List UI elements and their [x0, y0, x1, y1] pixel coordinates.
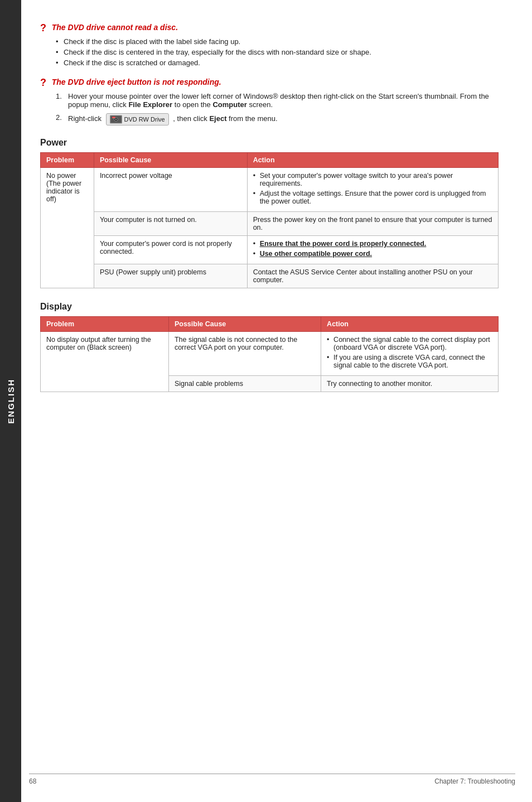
- power-action-4: Contact the ASUS Service Center about in…: [247, 264, 498, 288]
- display-action-2: Try connecting to another monitor.: [321, 376, 499, 392]
- footer: 68 Chapter 7: Troubleshooting: [29, 774, 515, 785]
- power-table: Problem Possible Cause Action No power(T…: [40, 152, 499, 288]
- power-col-action: Action: [247, 153, 498, 168]
- display-problem-cell: No display output after turning the comp…: [41, 332, 169, 392]
- list-item: Set your computer's power voltage switch…: [253, 172, 492, 187]
- dvd-drive-label: DVD RW Drive: [124, 116, 165, 123]
- svg-point-3: [115, 119, 117, 120]
- power-col-cause: Possible Cause: [94, 153, 247, 168]
- list-item: Adjust the voltage settings. Ensure that…: [253, 190, 492, 205]
- list-item: Use other compatible power cord.: [253, 250, 492, 258]
- list-item: Check if the disc is scratched or damage…: [56, 59, 499, 67]
- list-item: If you are using a discrete VGA card, co…: [327, 354, 492, 369]
- list-item: Connect the signal cable to the correct …: [327, 336, 492, 351]
- dvd-icon: DVD: [110, 115, 122, 124]
- q2-title: The DVD drive eject button is not respon…: [52, 78, 221, 86]
- list-item: Hover your mouse pointer over the lower …: [56, 92, 499, 109]
- sidebar-label: ENGLISH: [6, 379, 16, 424]
- display-col-problem: Problem: [41, 317, 169, 332]
- display-cause-1: The signal cable is not connected to the…: [168, 332, 321, 376]
- dvd-drive-icon: DVD DVD RW Drive: [106, 113, 169, 125]
- list-item: Check if the disc is centered in the tra…: [56, 48, 499, 56]
- dvd-q1-block: ? The DVD drive cannot read a disc. Chec…: [40, 22, 499, 67]
- list-item: Ensure that the power cord is properly c…: [253, 240, 492, 248]
- power-section-title: Power: [40, 138, 499, 148]
- power-action-2: Press the power key on the front panel t…: [247, 212, 498, 236]
- display-cause-2: Signal cable problems: [168, 376, 321, 392]
- display-section-title: Display: [40, 302, 499, 312]
- svg-text:DVD: DVD: [112, 117, 115, 119]
- sidebar: ENGLISH: [0, 0, 21, 802]
- q1-bullets: Check if the disc is placed with the lab…: [56, 37, 499, 67]
- table-row: Your computer is not turned on. Press th…: [41, 212, 499, 236]
- main-content: ? The DVD drive cannot read a disc. Chec…: [29, 0, 532, 428]
- table-row: No display output after turning the comp…: [41, 332, 499, 376]
- list-item: Check if the disc is placed with the lab…: [56, 37, 499, 46]
- power-action-1: Set your computer's power voltage switch…: [247, 168, 498, 212]
- page-number: 68: [29, 777, 36, 785]
- power-cause-3: Your computer's power cord is not proper…: [94, 236, 247, 264]
- table-row: Your computer's power cord is not proper…: [41, 236, 499, 264]
- power-problem-cell: No power(The powerindicator is off): [41, 168, 94, 288]
- display-action-1: Connect the signal cable to the correct …: [321, 332, 499, 376]
- power-col-problem: Problem: [41, 153, 94, 168]
- power-action-3: Ensure that the power cord is properly c…: [247, 236, 498, 264]
- power-cause-2: Your computer is not turned on.: [94, 212, 247, 236]
- q1-title: The DVD drive cannot read a disc.: [52, 23, 178, 32]
- q1-icon: ?: [40, 22, 46, 34]
- display-col-cause: Possible Cause: [168, 317, 321, 332]
- q2-steps: Hover your mouse pointer over the lower …: [56, 92, 499, 125]
- display-table: Problem Possible Cause Action No display…: [40, 316, 499, 392]
- chapter-label: Chapter 7: Troubleshooting: [434, 777, 515, 785]
- power-cause-1: Incorrect power voltage: [94, 168, 247, 212]
- dvd-q2-block: ? The DVD drive eject button is not resp…: [40, 77, 499, 125]
- table-row: PSU (Power supply unit) problems Contact…: [41, 264, 499, 288]
- q2-icon: ?: [40, 77, 46, 89]
- power-cause-4: PSU (Power supply unit) problems: [94, 264, 247, 288]
- table-row: No power(The powerindicator is off) Inco…: [41, 168, 499, 212]
- display-col-action: Action: [321, 317, 499, 332]
- list-item: Right-click DVD DVD RW Drive , then clic…: [56, 113, 499, 125]
